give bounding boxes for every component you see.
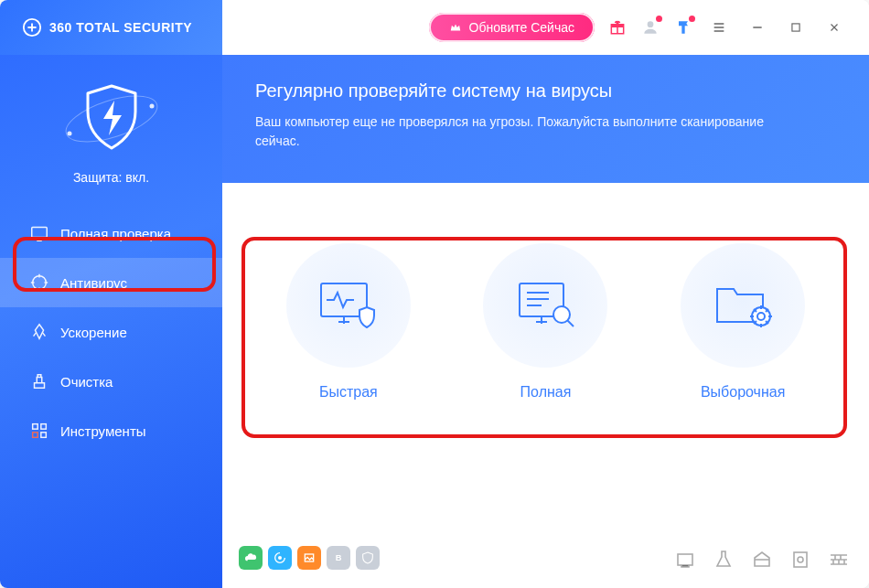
scan-label: Быстрая xyxy=(319,384,378,401)
sidebar-item-cleanup[interactable]: Очистка xyxy=(0,357,222,406)
sidebar-item-antivirus[interactable]: Антивирус xyxy=(0,258,222,307)
monitor-icon xyxy=(29,223,49,243)
custom-scan-icon xyxy=(708,276,778,335)
svg-rect-8 xyxy=(33,424,38,430)
theme-icon[interactable] xyxy=(673,17,693,37)
engine-chip-b[interactable]: B xyxy=(327,546,350,570)
grid-icon xyxy=(29,421,49,441)
titlebar: 360 TOTAL SECURITY Обновите Сейчас xyxy=(0,0,869,55)
svg-point-17 xyxy=(278,556,282,560)
crown-icon xyxy=(449,21,462,34)
titlebar-right: Обновите Сейчас xyxy=(222,13,869,42)
brand-logo-icon xyxy=(22,17,42,37)
engine-chip-check[interactable] xyxy=(356,546,380,570)
svg-point-4 xyxy=(149,104,154,109)
app-window: 360 TOTAL SECURITY Обновите Сейчас xyxy=(0,0,869,588)
quarantine-icon[interactable] xyxy=(673,548,697,572)
svg-point-22 xyxy=(798,557,803,562)
shield-bolt-icon xyxy=(57,73,166,165)
main: Регулярно проверяйте систему на вирусы В… xyxy=(222,55,869,588)
nav-label: Антивирус xyxy=(60,275,127,291)
quick-scan-button[interactable]: Быстрая xyxy=(286,243,411,401)
nav-label: Ускорение xyxy=(60,325,127,340)
nav-label: Полная проверка xyxy=(60,226,171,241)
engine-chip-cloud[interactable] xyxy=(239,546,263,570)
quick-scan-icon xyxy=(314,276,383,335)
trust-list-icon[interactable] xyxy=(750,548,774,572)
svg-point-1 xyxy=(648,21,654,27)
protection-status: Защита: вкл. xyxy=(0,66,222,199)
hero-title: Регулярно проверяйте систему на вирусы xyxy=(255,80,836,102)
engine-status-bar: B xyxy=(239,546,380,570)
svg-text:B: B xyxy=(336,553,342,562)
rocket-icon xyxy=(29,322,49,342)
svg-rect-2 xyxy=(792,24,799,31)
tools-bar xyxy=(673,548,851,572)
brand-name: 360 TOTAL SECURITY xyxy=(49,20,192,35)
log-icon[interactable] xyxy=(789,548,812,572)
brand: 360 TOTAL SECURITY xyxy=(0,0,222,55)
scan-label: Полная xyxy=(520,384,572,401)
svg-rect-10 xyxy=(41,433,47,438)
minimize-button[interactable] xyxy=(745,15,770,40)
menu-button[interactable] xyxy=(706,15,732,40)
full-scan-icon xyxy=(510,276,580,335)
svg-rect-6 xyxy=(32,228,48,238)
nav-label: Очистка xyxy=(60,374,113,390)
engine-chip-swirl[interactable] xyxy=(268,546,292,570)
gift-icon[interactable] xyxy=(607,17,628,37)
svg-rect-21 xyxy=(794,552,807,567)
svg-rect-11 xyxy=(33,433,38,438)
sidebar: Защита: вкл. Полная проверка Антивирус У… xyxy=(0,55,222,588)
sidebar-item-tools[interactable]: Инструменты xyxy=(0,406,222,455)
crosshair-icon xyxy=(29,273,49,293)
svg-point-7 xyxy=(33,276,47,290)
svg-rect-9 xyxy=(41,424,47,430)
nav-label: Инструменты xyxy=(60,423,146,439)
sidebar-item-speedup[interactable]: Ускорение xyxy=(0,307,222,357)
engine-chip-image[interactable] xyxy=(297,546,321,570)
protection-status-label: Защита: вкл. xyxy=(73,170,149,185)
hero-subtitle: Ваш компьютер еще не проверялся на угроз… xyxy=(255,112,767,151)
close-button[interactable] xyxy=(821,15,847,40)
sidebar-item-full-check[interactable]: Полная проверка xyxy=(0,208,222,258)
notification-dot xyxy=(656,16,662,22)
scan-options: Быстрая Полная xyxy=(222,183,869,401)
notification-dot xyxy=(689,16,695,22)
svg-point-5 xyxy=(67,132,71,136)
account-icon[interactable] xyxy=(640,17,660,37)
full-scan-button[interactable]: Полная xyxy=(483,243,607,401)
custom-scan-button[interactable]: Выборочная xyxy=(681,243,805,401)
maximize-button[interactable] xyxy=(783,15,809,40)
flask-icon[interactable] xyxy=(712,548,735,572)
update-label: Обновите Сейчас xyxy=(469,20,574,35)
hero: Регулярно проверяйте систему на вирусы В… xyxy=(222,55,869,183)
firewall-icon[interactable] xyxy=(827,548,851,572)
update-button[interactable]: Обновите Сейчас xyxy=(429,13,595,42)
broom-icon xyxy=(29,371,49,391)
nav: Полная проверка Антивирус Ускорение Очис… xyxy=(0,208,222,455)
svg-rect-20 xyxy=(678,554,692,565)
scan-label: Выборочная xyxy=(701,384,785,401)
